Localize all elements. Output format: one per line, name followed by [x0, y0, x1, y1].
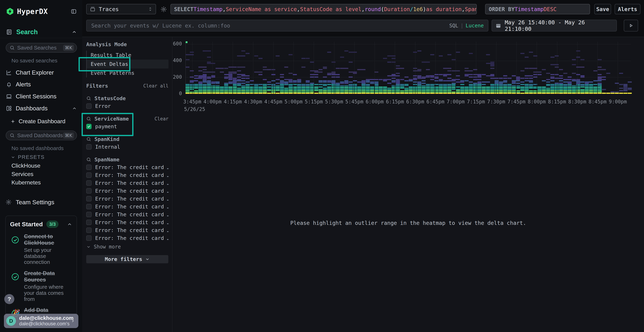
filter-value-label: Error: The credit card … [95, 180, 168, 186]
filter-checkbox-error-the-credit-card[interactable]: Error: The credit card … [86, 188, 168, 194]
filter-checkbox-error[interactable]: Error [86, 103, 168, 109]
checkbox-unchecked[interactable] [86, 212, 92, 217]
query-token: , [362, 6, 365, 12]
filter-checkbox-error-the-credit-card[interactable]: Error: The credit card … [86, 227, 168, 234]
checkbox-unchecked[interactable] [86, 228, 92, 233]
chevron-up-icon [72, 106, 77, 111]
checkbox-unchecked[interactable] [86, 164, 92, 170]
analysis-mode-option-event-deltas[interactable]: Event Deltas [87, 60, 168, 68]
checkbox-unchecked[interactable] [86, 104, 92, 109]
topbar: Traces SELECT Timestamp, ServiceName as … [82, 0, 644, 37]
filter-checkbox-error-the-credit-card[interactable]: Error: The credit card … [86, 211, 168, 218]
clear-all-filters-link[interactable]: Clear all [143, 83, 168, 88]
chevron-down-icon [145, 257, 150, 262]
help-button[interactable]: ? [4, 294, 14, 304]
filter-checkbox-error-the-credit-card[interactable]: Error: The credit card … [86, 164, 168, 170]
time-range-picker[interactable]: May 26 15:40:00 - May 26 21:10:00 [492, 20, 617, 32]
duration-heatmap-chart[interactable] [172, 37, 644, 116]
get-started-item-connect-to-clickhouse[interactable]: Connect to ClickHouseSet up your databas… [10, 233, 72, 265]
checkbox-unchecked[interactable] [86, 236, 92, 241]
alerts-button[interactable]: Alerts [615, 4, 640, 14]
sidebar-item-label: Chart Explorer [16, 69, 54, 76]
get-started-item-title: Create Data Sources [24, 270, 72, 283]
bell-icon [6, 81, 12, 88]
preset-item-kubernetes[interactable]: Kubernetes [12, 179, 41, 186]
filter-checkbox-error-the-credit-card[interactable]: Error: The credit card … [86, 204, 168, 210]
sql-toggle[interactable]: SQL [449, 23, 458, 28]
select-clause-editor[interactable]: SELECT Timestamp, ServiceName as service… [170, 4, 477, 14]
check-icon [87, 124, 91, 128]
sidebar-item-label: Alerts [16, 81, 31, 88]
filter-value-label: Error: The credit card … [95, 204, 168, 210]
saved-searches-input[interactable]: Saved Searches ⌘K [6, 43, 77, 52]
source-select[interactable]: Traces [86, 4, 156, 14]
filter-group-spankind: SpanKindInternal [86, 136, 168, 150]
user-menu[interactable]: D dale@clickhouse.com dale@clickhouse.co… [4, 314, 78, 328]
query-token: Span [465, 6, 477, 12]
filters-header: Filters Clear all [86, 83, 168, 89]
show-more-label: Show more [94, 244, 121, 250]
sidebar-item-label: Client Sessions [16, 93, 56, 100]
delta-chart-empty-message: Please highlight an outlier range in the… [172, 220, 644, 226]
sidebar-item-alerts[interactable]: Alerts [0, 80, 82, 89]
query-token: DESC [544, 6, 556, 12]
analysis-mode-option-event-patterns[interactable]: Event Patterns [87, 68, 168, 78]
saved-searches-placeholder: Saved Searches [17, 45, 56, 51]
presets-toggle[interactable]: PRESETS [11, 154, 44, 160]
query-token: / [410, 6, 413, 12]
filter-checkbox-error-the-credit-card[interactable]: Error: The credit card … [86, 235, 168, 241]
get-started-header[interactable]: Get Started 3/3 [10, 220, 72, 228]
checkbox-checked[interactable] [86, 124, 92, 129]
more-filters-button[interactable]: More filters [86, 255, 168, 263]
search-input[interactable] [91, 22, 446, 29]
filter-checkbox-payment[interactable]: payment [86, 123, 168, 130]
sidebar-item-team-settings[interactable]: Team Settings [0, 198, 82, 207]
get-started-item-create-data-sources[interactable]: Create Data SourcesConfigure where your … [10, 270, 72, 302]
get-started-item-text: Create Data SourcesConfigure where your … [24, 270, 72, 302]
sidebar-item-client-sessions[interactable]: Client Sessions [0, 92, 82, 101]
order-by-editor[interactable]: ORDER BY Timestamp DESC [485, 4, 590, 14]
more-filters-label: More filters [105, 256, 142, 262]
filter-checkbox-error-the-credit-card[interactable]: Error: The credit card … [86, 172, 168, 178]
checkbox-unchecked[interactable] [86, 172, 92, 178]
clear-servicename-filter[interactable]: Clear [154, 116, 168, 122]
run-query-button[interactable] [624, 20, 638, 32]
source-settings-gear-icon[interactable] [160, 6, 167, 13]
show-more-link[interactable]: Show more [86, 244, 168, 250]
sidebar-item-chart-explorer[interactable]: Chart Explorer [0, 68, 82, 77]
chevron-up-icon[interactable] [72, 29, 77, 35]
filter-group-name: SpanName [94, 156, 120, 162]
filter-checkbox-error-the-credit-card[interactable]: Error: The credit card … [86, 180, 168, 186]
analysis-mode-title: Analysis Mode [86, 41, 168, 48]
preset-item-clickhouse[interactable]: ClickHouse [12, 162, 40, 169]
filter-checkbox-internal[interactable]: Internal [86, 144, 168, 150]
checkbox-unchecked[interactable] [86, 204, 92, 209]
chevron-down-icon [86, 244, 91, 249]
preset-item-services[interactable]: Services [12, 171, 34, 178]
save-button[interactable]: Save [594, 4, 611, 14]
lucene-toggle[interactable]: Lucene [466, 23, 484, 28]
play-icon [628, 23, 634, 28]
checkbox-unchecked[interactable] [86, 196, 92, 202]
selector-icon [148, 6, 153, 12]
search-icon [86, 116, 91, 121]
filter-checkbox-error-the-credit-card[interactable]: Error: The credit card … [86, 196, 168, 202]
chevron-up-icon[interactable] [67, 222, 72, 227]
filter-checkbox-error-the-credit-card[interactable]: Error: The credit card … [86, 219, 168, 226]
checkbox-unchecked[interactable] [86, 144, 92, 150]
checkbox-unchecked[interactable] [86, 220, 92, 225]
hyperdx-app: HyperDX Search Saved Searches ⌘K No save… [0, 0, 644, 332]
create-dashboard-button[interactable]: Create Dashboard [10, 118, 65, 125]
sidebar-item-search[interactable]: Search [6, 28, 77, 36]
table-source-icon [90, 6, 96, 12]
checkbox-unchecked[interactable] [86, 188, 92, 194]
language-toggle[interactable]: SQL|Lucene [449, 23, 484, 28]
query-token: , [222, 6, 226, 12]
saved-dashboards-input[interactable]: Saved Dashboards ⌘K [6, 130, 77, 140]
laptop-icon [6, 93, 12, 100]
team-settings-label: Team Settings [16, 199, 54, 206]
analysis-mode-option-results-table[interactable]: Results Table [87, 50, 168, 60]
sidebar-item-dashboards[interactable]: Dashboards [0, 104, 82, 113]
collapse-sidebar-icon[interactable] [70, 8, 77, 15]
checkbox-unchecked[interactable] [86, 180, 92, 186]
